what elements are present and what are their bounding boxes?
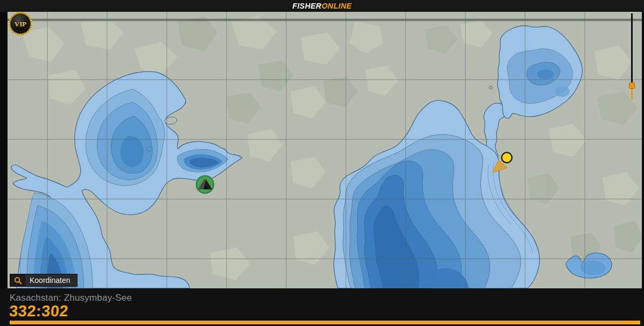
player-dot bbox=[502, 153, 512, 163]
player-coordinates: 332:302 bbox=[9, 302, 69, 320]
vip-badge[interactable]: VIP bbox=[8, 11, 33, 37]
tiny-pond bbox=[489, 86, 492, 89]
status-panel: Kasachstan: Zhusymbay-See 332:302 bbox=[0, 288, 644, 326]
logo-fisher: FISHER bbox=[292, 2, 321, 10]
coordinates-search bbox=[10, 274, 77, 287]
coordinates-input[interactable] bbox=[25, 276, 78, 285]
logo-online: ONLINE bbox=[322, 2, 352, 10]
camp-marker[interactable] bbox=[196, 176, 214, 193]
header-bar: FISHERONLINE bbox=[0, 0, 644, 12]
vip-label: VIP bbox=[15, 20, 26, 28]
lake-map[interactable] bbox=[8, 12, 642, 288]
search-icon-button[interactable] bbox=[10, 274, 25, 286]
left-frame bbox=[0, 12, 8, 288]
accent-bar bbox=[10, 321, 640, 324]
location-label: Kasachstan: Zhusymbay-See bbox=[10, 293, 132, 303]
zoom-slider-track[interactable] bbox=[631, 13, 633, 85]
fisher-online-map-screen: FISHERONLINE bbox=[0, 0, 644, 326]
search-icon bbox=[14, 277, 22, 285]
app-logo: FISHERONLINE bbox=[292, 2, 351, 10]
zoom-slider-handle[interactable] bbox=[629, 82, 635, 89]
right-frame bbox=[642, 12, 644, 288]
